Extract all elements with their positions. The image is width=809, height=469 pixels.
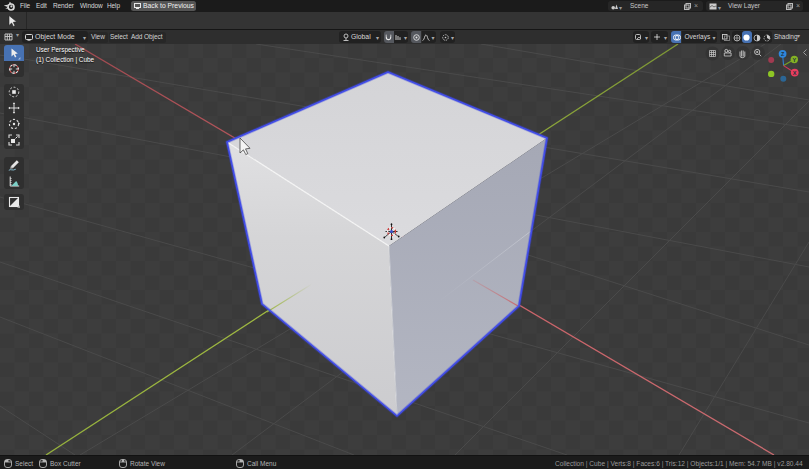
svg-text:Y: Y	[792, 57, 796, 63]
svg-text:X: X	[793, 70, 797, 76]
